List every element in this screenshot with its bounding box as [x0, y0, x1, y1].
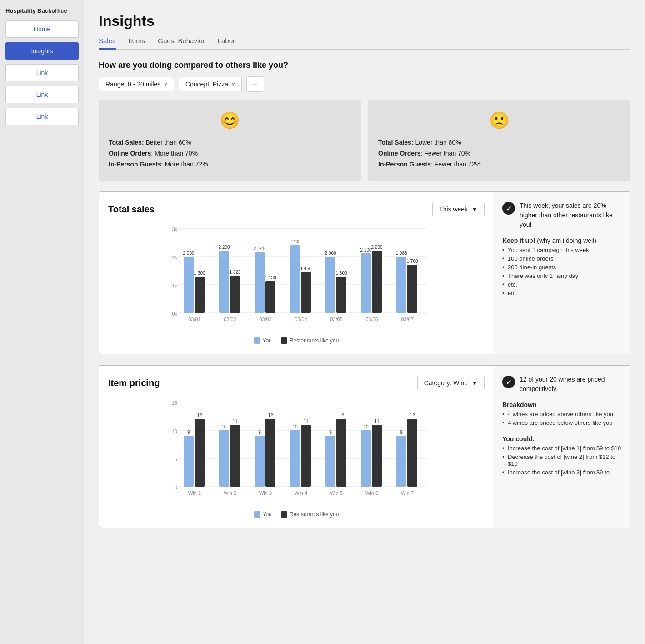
tab-guest-behavior[interactable]: Guest Behavior: [158, 37, 205, 50]
svg-text:03/01: 03/01: [188, 317, 201, 322]
total-sales-dropdown-label: This week: [439, 206, 468, 213]
item-pricing-breakdown-label: Breakdown: [502, 400, 622, 410]
total-sales-keep-it-up: Keep it up! (why am i doing well): [502, 236, 622, 246]
bad-card: 🙁 Total Sales: Lower than 60% Online Ord…: [368, 100, 630, 181]
you-could-bullet-1: Increase the cost of [wine 1] from $9 to…: [502, 444, 622, 453]
good-online-orders-label: Online Orders: [109, 150, 151, 157]
svg-text:Win 6: Win 6: [365, 490, 378, 496]
svg-text:1 323: 1 323: [229, 270, 240, 275]
item-pricing-dropdown-arrow: ▼: [471, 379, 478, 387]
bar-dark: [407, 265, 417, 313]
bar-blue: [325, 257, 335, 313]
svg-text:Win 7: Win 7: [401, 490, 414, 496]
item-pricing-dropdown[interactable]: Category: Wine ▼: [417, 376, 485, 390]
total-sales-bar-chart: 3k 2k 1k 0k 2 000 1 300 03/01 2 20: [108, 223, 485, 332]
tab-labor[interactable]: Labor: [218, 37, 235, 50]
svg-text:2 145: 2 145: [254, 246, 265, 251]
filter-concept-remove[interactable]: x: [232, 81, 235, 88]
svg-text:9: 9: [187, 430, 190, 435]
tabs-nav: Sales Items Guest Behavior Labor: [99, 37, 630, 50]
svg-text:1 700: 1 700: [406, 259, 418, 264]
svg-text:12: 12: [197, 413, 202, 418]
you-could-bullet-3: Increase the cost of [wine 3] from $9 to: [502, 468, 622, 477]
page-title: Insights: [99, 13, 630, 30]
svg-text:12: 12: [268, 413, 273, 418]
svg-text:2 000: 2 000: [183, 251, 194, 256]
svg-rect-49: [265, 419, 275, 487]
bar-dark: [230, 276, 240, 313]
bar-dark: [195, 277, 205, 313]
sidebar-item-home[interactable]: Home: [5, 20, 79, 38]
sidebar-item-link2[interactable]: Link: [5, 86, 79, 103]
check-icon: ✓: [502, 202, 515, 215]
filter-range[interactable]: Range: 0 - 20 miles x: [99, 77, 174, 91]
total-sales-check-header: ✓ This week, your sales are 20% higher t…: [502, 201, 622, 230]
svg-text:Win 2: Win 2: [224, 490, 236, 496]
breakdown-label: Breakdown: [502, 401, 536, 408]
item-pricing-header: Item pricing Category: Wine ▼: [108, 376, 485, 390]
total-sales-dropdown[interactable]: This week ▼: [432, 202, 485, 216]
svg-rect-59: [336, 419, 346, 487]
filter-add-button[interactable]: +: [246, 76, 264, 92]
svg-text:2 000: 2 000: [325, 251, 336, 256]
good-emoji: 😊: [109, 111, 351, 130]
sidebar: Hospitality Backoffice Home Insights Lin…: [0, 0, 84, 644]
legend-you-label: You: [263, 337, 272, 344]
item-pricing-section: Item pricing Category: Wine ▼ 15 10 5 0: [99, 365, 630, 528]
svg-rect-37: [184, 436, 194, 487]
svg-text:3k: 3k: [172, 226, 177, 232]
filter-range-remove[interactable]: x: [164, 81, 167, 88]
svg-text:2 409: 2 409: [289, 239, 300, 244]
breakdown-bullet-1: 4 wines are priced above others like you: [502, 410, 622, 418]
bad-total-sales-label: Total Sales:: [378, 139, 414, 146]
main-content: Insights Sales Items Guest Behavior Labo…: [84, 0, 645, 644]
svg-text:2 100: 2 100: [360, 247, 371, 252]
bar-blue: [396, 257, 406, 313]
svg-text:12: 12: [339, 413, 344, 418]
keep-it-up-subtext: (why am i doing well): [535, 237, 596, 244]
svg-text:Win 3: Win 3: [259, 490, 272, 496]
svg-text:03/06: 03/06: [365, 317, 378, 322]
breakdown-bullets: 4 wines are priced above others like you…: [502, 410, 622, 427]
bad-online-orders-label: Online Orders: [378, 150, 420, 157]
svg-text:10: 10: [292, 424, 298, 429]
bullet-etc-2: etc.: [502, 289, 622, 297]
bar-blue: [184, 257, 194, 313]
svg-text:2 200: 2 200: [218, 245, 230, 250]
bar-dark: [372, 251, 382, 313]
svg-text:03/04: 03/04: [295, 317, 307, 322]
you-could-label: You could:: [502, 434, 622, 444]
svg-text:2k: 2k: [172, 255, 177, 260]
item-pricing-chart-area: Item pricing Category: Wine ▼ 15 10 5 0: [99, 366, 494, 528]
svg-text:0k: 0k: [172, 311, 177, 317]
filter-range-label: Range: 0 - 20 miles: [105, 80, 160, 88]
item-pricing-legend: You Restaurants like you: [108, 511, 485, 518]
svg-text:9: 9: [258, 430, 261, 435]
filter-concept[interactable]: Concept: Pizza x: [179, 77, 242, 91]
svg-rect-52: [290, 430, 300, 487]
item-pricing-insight-message: 12 of your 20 wines are priced competiti…: [520, 375, 622, 394]
svg-rect-67: [396, 436, 406, 487]
svg-rect-62: [361, 430, 371, 487]
svg-text:03/07: 03/07: [401, 317, 414, 322]
bad-card-text: Total Sales: Lower than 60% Online Order…: [378, 137, 620, 170]
filters-row: Range: 0 - 20 miles x Concept: Pizza x +: [99, 76, 630, 92]
bar-blue: [290, 245, 300, 313]
bad-in-person-label: In-Person Guests: [378, 161, 431, 168]
sidebar-item-link1[interactable]: Link: [5, 64, 79, 81]
sidebar-item-insights[interactable]: Insights: [5, 42, 79, 60]
tab-sales[interactable]: Sales: [99, 37, 116, 50]
svg-rect-39: [195, 419, 205, 487]
bar-blue: [219, 251, 229, 313]
item-pricing-bar-chart: 15 10 5 0 9 12 Win 1 10 11: [108, 397, 485, 506]
tab-items[interactable]: Items: [129, 37, 145, 50]
sidebar-item-link3[interactable]: Link: [5, 108, 79, 125]
bar-dark: [336, 277, 346, 313]
good-card: 😊 Total Sales: Better than 60% Online Or…: [99, 100, 361, 181]
svg-text:Win 5: Win 5: [330, 490, 343, 496]
item-pricing-dropdown-label: Category: Wine: [424, 379, 468, 387]
svg-text:Win 1: Win 1: [188, 490, 201, 496]
comparison-cards: 😊 Total Sales: Better than 60% Online Or…: [99, 100, 630, 181]
legend-restaurants-box: [281, 337, 287, 344]
item-pricing-insight: ✓ 12 of your 20 wines are priced competi…: [494, 366, 630, 528]
